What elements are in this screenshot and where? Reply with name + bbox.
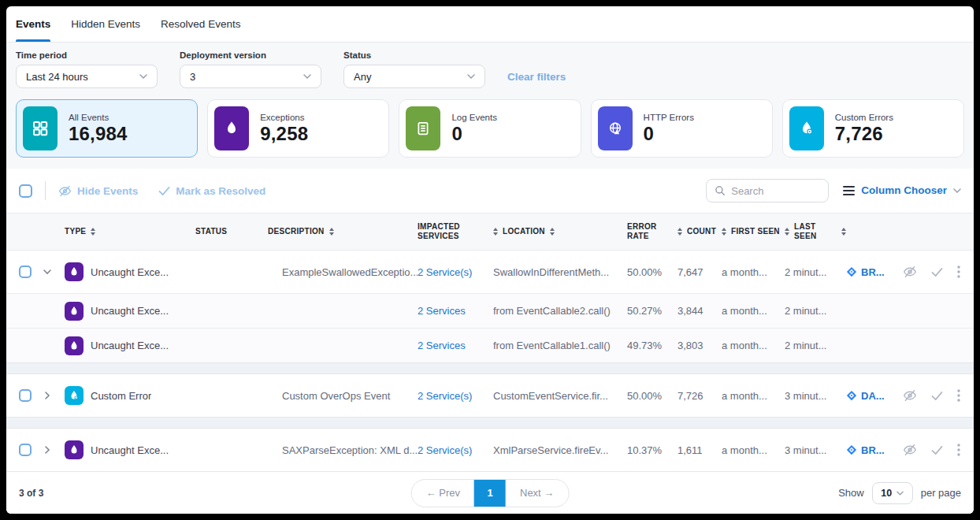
card-exceptions[interactable]: Exceptions 9,258 bbox=[207, 99, 389, 158]
tab-events[interactable]: Events bbox=[16, 6, 50, 42]
time-period-select[interactable]: Last 24 hours bbox=[16, 65, 158, 88]
event-location: from EventCallable2.call() bbox=[493, 305, 627, 317]
header-type[interactable]: TYPE bbox=[65, 227, 195, 237]
chevron-down-icon[interactable] bbox=[43, 267, 52, 277]
header-label: LOCATION bbox=[503, 227, 545, 237]
custom-error-type-icon bbox=[65, 386, 84, 405]
header-label: LAST SEEN bbox=[794, 222, 837, 242]
chevron-down-icon bbox=[896, 491, 904, 496]
page-size-select[interactable]: 10 bbox=[872, 482, 913, 504]
search-icon bbox=[715, 185, 726, 196]
row-group-gap bbox=[6, 362, 974, 374]
error-rate-value: 50.00% bbox=[627, 266, 677, 278]
kebab-menu-icon[interactable] bbox=[957, 444, 960, 456]
card-label: HTTP Errors bbox=[644, 113, 694, 122]
resolve-event-icon[interactable] bbox=[931, 267, 943, 277]
header-count[interactable]: COUNT bbox=[677, 227, 722, 237]
row-checkbox[interactable] bbox=[19, 266, 32, 278]
header-location[interactable]: LOCATION bbox=[493, 227, 627, 237]
next-page-button[interactable]: Next → bbox=[506, 480, 568, 507]
hide-events-button[interactable]: Hide Events bbox=[58, 184, 138, 198]
error-rate-value: 49.73% bbox=[627, 340, 677, 351]
card-http-errors[interactable]: HTTP Errors 0 bbox=[591, 99, 773, 158]
chevron-right-icon[interactable] bbox=[43, 391, 52, 400]
deployment-version-label: Deployment version bbox=[180, 50, 321, 60]
eye-slash-icon bbox=[58, 184, 72, 198]
ticket-link[interactable]: BR... bbox=[846, 444, 895, 456]
status-select[interactable]: Any bbox=[343, 65, 485, 88]
chevron-right-icon[interactable] bbox=[43, 445, 52, 455]
search-input[interactable] bbox=[731, 185, 818, 197]
jira-diamond-icon bbox=[846, 266, 857, 277]
first-seen-value: a month... bbox=[722, 266, 785, 278]
table-subrow: Uncaught Exce... 2 Services from EventCa… bbox=[6, 293, 974, 328]
summary-cards: All Events 16,984 Exceptions 9,258 Log bbox=[6, 98, 974, 169]
resolve-event-icon[interactable] bbox=[931, 445, 943, 455]
header-error-rate[interactable]: ERROR RATE bbox=[627, 222, 677, 242]
sort-icon bbox=[841, 228, 846, 236]
prev-page-button[interactable]: ← Prev bbox=[412, 480, 474, 507]
impacted-services-link[interactable]: 2 Service(s) bbox=[418, 390, 493, 402]
hide-event-icon[interactable] bbox=[903, 443, 917, 457]
header-first-seen[interactable]: FIRST SEEN bbox=[722, 227, 785, 237]
event-description: ExampleSwallowedExceptio... bbox=[268, 266, 418, 278]
table-toolbar: Hide Events Mark as Resolved Column Choo… bbox=[6, 169, 974, 213]
impacted-services-link[interactable]: 2 Service(s) bbox=[418, 266, 493, 278]
impacted-services-link[interactable]: 2 Services bbox=[418, 305, 493, 317]
count-value: 7,647 bbox=[677, 266, 722, 278]
kebab-menu-icon[interactable] bbox=[957, 266, 960, 278]
resolve-event-icon[interactable] bbox=[931, 391, 943, 401]
filter-bar: Time period Last 24 hours Deployment ver… bbox=[6, 43, 974, 98]
exception-type-icon bbox=[65, 302, 84, 321]
tab-hidden-events[interactable]: Hidden Events bbox=[71, 6, 140, 42]
impacted-services-link[interactable]: 2 Service(s) bbox=[418, 444, 493, 456]
card-value: 0 bbox=[451, 123, 497, 145]
exception-type-icon bbox=[65, 336, 84, 355]
card-label: Log Events bbox=[451, 113, 497, 122]
header-impacted-services[interactable]: IMPACTED SERVICES bbox=[418, 222, 493, 242]
header-last-seen[interactable]: LAST SEEN bbox=[785, 222, 846, 242]
chevron-down-icon bbox=[139, 74, 147, 79]
card-all-events[interactable]: All Events 16,984 bbox=[16, 99, 198, 158]
header-status[interactable]: STATUS bbox=[195, 227, 268, 237]
hide-event-icon[interactable] bbox=[903, 388, 917, 403]
ticket-label: DA... bbox=[861, 390, 885, 402]
per-page-label: per page bbox=[921, 487, 961, 499]
clear-filters-link[interactable]: Clear filters bbox=[507, 71, 566, 83]
event-location: SwallowInDifferentMeth... bbox=[493, 266, 627, 278]
deployment-version-select[interactable]: 3 bbox=[180, 65, 321, 88]
row-checkbox[interactable] bbox=[19, 444, 32, 456]
kebab-menu-icon[interactable] bbox=[957, 389, 960, 402]
first-seen-value: a month... bbox=[722, 340, 785, 351]
ticket-link[interactable]: DA... bbox=[846, 390, 895, 402]
exception-type-icon bbox=[65, 440, 84, 459]
events-dashboard: Events Hidden Events Resolved Events Tim… bbox=[6, 6, 974, 514]
sort-icon bbox=[329, 228, 334, 236]
row-range-label: 3 of 3 bbox=[19, 488, 43, 499]
sort-icon bbox=[493, 228, 498, 236]
current-page-button[interactable]: 1 bbox=[474, 480, 506, 507]
header-description[interactable]: DESCRIPTION bbox=[268, 227, 418, 237]
table-subrow: Uncaught Exce... 2 Services from EventCa… bbox=[6, 328, 974, 362]
header-label: DESCRIPTION bbox=[268, 227, 325, 237]
error-rate-value: 50.00% bbox=[627, 390, 677, 402]
event-description: SAXParseException: XML d... bbox=[268, 444, 418, 456]
mark-resolved-button[interactable]: Mark as Resolved bbox=[158, 185, 265, 197]
header-label: FIRST SEEN bbox=[731, 227, 780, 237]
impacted-services-link[interactable]: 2 Services bbox=[418, 340, 493, 351]
search-box bbox=[706, 179, 829, 202]
hide-event-icon[interactable] bbox=[903, 265, 917, 279]
card-value: 0 bbox=[644, 123, 694, 145]
event-type-label: Uncaught Exce... bbox=[91, 340, 169, 351]
error-rate-value: 50.27% bbox=[627, 305, 677, 317]
event-location: XmlParseService.fireEv... bbox=[493, 444, 627, 456]
card-custom-errors[interactable]: Custom Errors 7,726 bbox=[782, 99, 964, 158]
status-label: Status bbox=[343, 50, 485, 60]
card-log-events[interactable]: Log Events 0 bbox=[399, 99, 581, 158]
ticket-label: BR... bbox=[861, 266, 885, 278]
column-chooser-button[interactable]: Column Chooser bbox=[843, 184, 961, 198]
ticket-link[interactable]: BR... bbox=[846, 266, 895, 278]
row-checkbox[interactable] bbox=[19, 389, 32, 402]
select-all-checkbox[interactable] bbox=[19, 184, 32, 198]
tab-resolved-events[interactable]: Resolved Events bbox=[161, 6, 240, 42]
